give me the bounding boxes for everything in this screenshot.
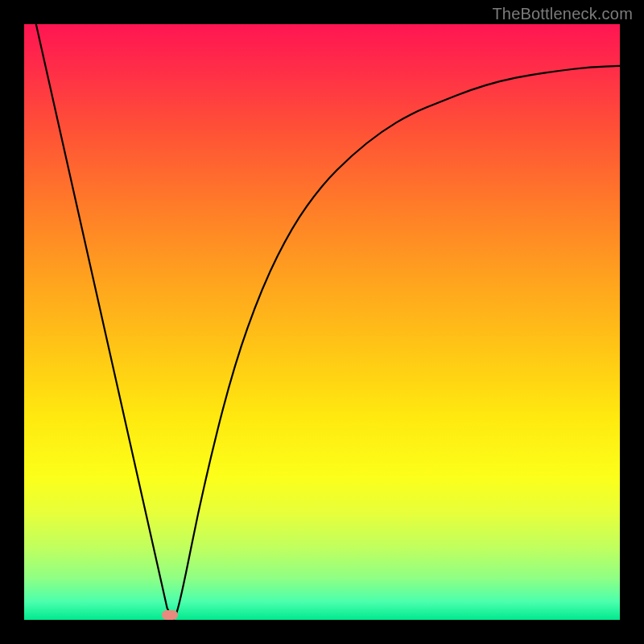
plot-area bbox=[24, 24, 620, 620]
curve-path bbox=[36, 24, 620, 620]
min-marker bbox=[162, 610, 178, 620]
chart-frame: TheBottleneck.com bbox=[0, 0, 644, 644]
watermark-text: TheBottleneck.com bbox=[492, 5, 633, 23]
curve-svg bbox=[24, 24, 620, 620]
